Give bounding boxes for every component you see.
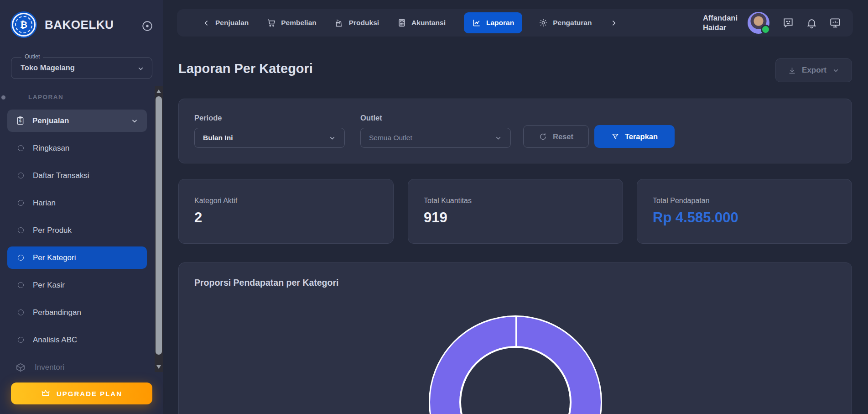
stat-card-kategori-aktif: Kategori Aktif 2 [178,179,394,244]
periode-select-value: Bulan Ini [203,134,328,142]
outlet-select-value: Toko Magelang [21,63,75,72]
sidebar-item-analisis-abc[interactable]: Analisis ABC [7,329,147,351]
notifications-bell-icon[interactable] [806,17,817,29]
crown-icon [41,389,50,398]
package-icon [16,362,26,372]
nav-item-pembelian[interactable]: Pembelian [267,18,317,27]
bullet-icon [18,227,24,233]
donut-segment-divider [515,316,517,348]
stat-card-total-kuantitas: Total Kuantitas 919 [408,179,623,244]
sidebar-item-daftar-transaksi[interactable]: Daftar Transaksi [7,164,147,187]
funnel-filter-icon [611,132,619,141]
chevron-down-icon [328,134,336,142]
user-avatar[interactable] [748,12,769,34]
nav-item-akuntansi[interactable]: Akuntansi [397,18,446,27]
bullet-icon [18,282,24,288]
outlet-filter-select[interactable]: Semua Outlet [360,128,511,148]
display-monitor-icon[interactable] [829,17,841,29]
bullet-icon [18,309,24,315]
page-title: Laporan Per Kategori [178,61,313,76]
bullet-icon [18,200,24,206]
calculator-icon [397,18,406,27]
upgrade-plan-button[interactable]: UPGRADE PLAN [11,383,152,404]
sidebar-item-label: Penjualan [32,116,123,126]
factory-icon [335,18,344,27]
periode-label: Periode [194,114,222,122]
sidebar-item-harian[interactable]: Harian [7,192,147,214]
brand: ₿ BAKOELKU [12,13,114,37]
user-name: Affandani Haidar [703,13,738,33]
outlet-filter-value: Semua Outlet [369,134,494,142]
nav-scroll-right[interactable] [610,19,618,27]
chart-line-icon [472,18,481,27]
download-icon [788,66,796,75]
sidebar-menu: $ Penjualan Ringkasan Daftar Transaksi H… [7,110,147,378]
bullet-icon [18,255,24,261]
terapkan-apply-button[interactable]: Terapkan [594,125,675,148]
sidebar-section-laporan: LAPORAN [28,94,63,100]
chevron-down-icon [130,117,139,125]
sidebar-item-per-kategori[interactable]: Per Kategori [7,246,147,269]
scroll-down-arrow-icon[interactable] [156,365,161,369]
clipboard-dollar-icon: $ [16,116,25,126]
sidebar-item-perbandingan[interactable]: Perbandingan [7,301,147,324]
chart-card: Proporsi Pendapatan per Kategori Total R… [178,262,852,414]
chevron-left-icon [203,19,210,27]
sidebar-collapse-icon[interactable] [141,20,153,32]
top-navigation-bar: Penjualan Pembelian Produksi Akuntansi L… [177,9,853,37]
scroll-up-arrow-icon[interactable] [156,89,161,93]
chart-title: Proporsi Pendapatan per Kategori [194,278,338,288]
bullet-icon [18,337,24,343]
bullet-icon [18,145,24,151]
refresh-icon [539,132,547,141]
chevron-down-icon [494,134,502,142]
sidebar-item-per-produk[interactable]: Per Produk [7,219,147,241]
sidebar-item-inventori[interactable]: Inventori [7,356,147,378]
outlet-select-label: Outlet [21,53,43,60]
chevron-right-icon [610,19,618,27]
sidebar-scrollbar[interactable] [155,86,163,372]
sidebar: ₿ BAKOELKU Outlet Toko Magelang LAPORAN … [0,0,163,414]
chevron-down-icon [832,67,840,74]
nav-item-penjualan[interactable]: Penjualan [203,19,249,27]
chevron-down-icon [137,65,145,73]
brand-name: BAKOELKU [45,18,114,32]
export-button[interactable]: Export [775,58,852,82]
filter-card: Periode Bulan Ini Outlet Semua Outlet Re… [178,99,852,163]
feedback-chat-icon[interactable] [782,17,794,29]
sidebar-item-per-kasir[interactable]: Per Kasir [7,274,147,296]
sidebar-item-ringkasan[interactable]: Ringkasan [7,137,147,159]
brand-logo-icon: ₿ [12,13,36,37]
stat-card-total-pendapatan: Total Pendapatan Rp 4.585.000 [637,179,852,244]
scrollbar-thumb[interactable] [156,96,162,355]
bullet-icon [18,173,24,178]
sidebar-item-penjualan[interactable]: $ Penjualan [7,110,147,132]
outlet-filter-label: Outlet [360,114,382,122]
nav-item-laporan[interactable]: Laporan [464,12,522,33]
cart-icon [267,18,276,27]
reset-button[interactable]: Reset [523,125,589,148]
section-indicator-dot [1,95,5,100]
svg-text:$: $ [19,119,21,123]
gear-icon [539,18,548,27]
outlet-select[interactable]: Outlet Toko Magelang [11,57,152,79]
donut-hole: Total Rp 4.585.000 [459,346,572,414]
nav-item-pengaturan[interactable]: Pengaturan [539,18,592,27]
nav-item-produksi[interactable]: Produksi [335,18,379,27]
periode-select[interactable]: Bulan Ini [194,128,345,148]
donut-chart[interactable]: Total Rp 4.585.000 [429,315,602,414]
